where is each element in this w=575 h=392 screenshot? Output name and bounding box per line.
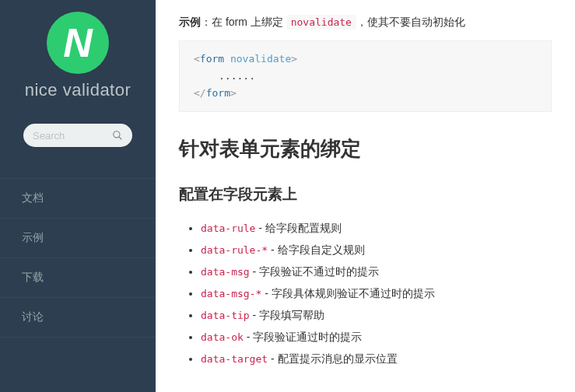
logo-letter: N	[63, 23, 93, 63]
list-item: data-msg-* - 字段具体规则验证不通过时的提示	[201, 282, 552, 304]
code-punc: <	[194, 53, 200, 65]
attr-desc: - 字段具体规则验证不通过时的提示	[261, 287, 434, 299]
code-attr: novalidate	[224, 53, 291, 65]
attr-name: data-msg	[201, 266, 250, 278]
example-line: 示例：在 form 上绑定 novalidate，使其不要自动初始化	[179, 16, 552, 30]
inline-code-novalidate: novalidate	[286, 15, 356, 30]
code-punc: >	[230, 87, 237, 99]
search-icon	[112, 130, 123, 141]
nav-item-download[interactable]: 下载	[0, 258, 156, 298]
attr-desc: - 字段验证不通过时的提示	[250, 265, 379, 278]
list-item: data-target - 配置提示消息的显示位置	[201, 348, 552, 369]
attr-name: data-rule-*	[201, 244, 268, 256]
subsection-title: 配置在字段元素上	[179, 184, 552, 205]
attr-desc: - 字段验证通过时的提示	[244, 331, 362, 343]
brand-name: nice validator	[25, 80, 131, 100]
attr-name: data-ok	[201, 331, 244, 343]
svg-line-1	[119, 137, 122, 140]
example-label: 示例	[179, 16, 201, 28]
example-text-after: ，使其不要自动初始化	[356, 16, 465, 28]
code-tag: form	[200, 53, 224, 65]
example-text-before: ：在 form 上绑定	[201, 16, 286, 28]
attr-name: data-rule	[201, 222, 255, 234]
code-line-open: <form novalidate>	[194, 51, 537, 68]
logo: N	[47, 12, 109, 74]
sidebar-nav: 文档 示例 下载 讨论	[0, 178, 156, 338]
attr-name: data-msg-*	[201, 288, 261, 299]
nav-item-examples[interactable]: 示例	[0, 219, 156, 258]
search-input[interactable]	[33, 130, 112, 142]
attr-name: data-tip	[201, 310, 250, 321]
list-item: data-tip - 字段填写帮助	[201, 304, 552, 326]
code-punc: >	[291, 53, 297, 65]
code-tag: form	[206, 87, 230, 99]
list-item: data-ok - 字段验证通过时的提示	[201, 326, 552, 348]
list-item: data-rule - 给字段配置规则	[201, 217, 552, 239]
list-item: data-rule-* - 给字段自定义规则	[201, 239, 552, 261]
code-block: <form novalidate> ...... </form>	[179, 40, 552, 112]
attr-desc: - 给字段配置规则	[255, 222, 341, 234]
code-line-close: </form>	[194, 85, 537, 102]
search-wrap[interactable]	[23, 124, 132, 147]
list-item: data-msg - 字段验证不通过时的提示	[201, 261, 552, 282]
attr-desc: - 配置提示消息的显示位置	[268, 352, 397, 365]
code-line-body: ......	[194, 68, 537, 85]
main-content: 示例：在 form 上绑定 novalidate，使其不要自动初始化 <form…	[156, 0, 575, 392]
attribute-list: data-rule - 给字段配置规则 data-rule-* - 给字段自定义…	[179, 217, 552, 369]
svg-point-0	[114, 131, 120, 138]
attr-desc: - 字段填写帮助	[250, 309, 324, 321]
nav-item-docs[interactable]: 文档	[0, 179, 156, 219]
nav-item-discuss[interactable]: 讨论	[0, 298, 156, 338]
attr-desc: - 给字段自定义规则	[268, 243, 364, 256]
attr-name: data-target	[201, 353, 268, 365]
sidebar: N nice validator 文档 示例 下载 讨论	[0, 0, 156, 392]
code-punc: </	[194, 87, 206, 99]
section-title: 针对表单元素的绑定	[179, 135, 552, 163]
